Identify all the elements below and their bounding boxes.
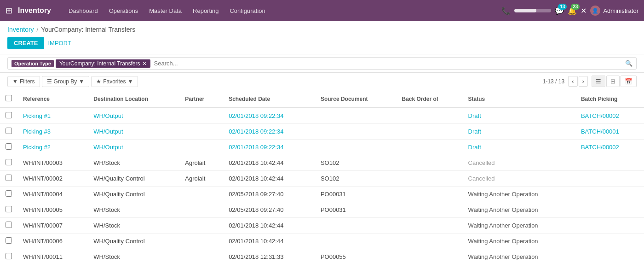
table-row[interactable]: Picking #3 WH/Output 02/01/2018 09:22:34… [0,124,644,140]
row-checkbox[interactable] [6,175,12,181]
reference-text: WH/INT/00005 [23,206,63,213]
cell-source-doc [315,140,397,155]
table-row[interactable]: Picking #1 WH/Output 02/01/2018 09:22:34… [0,108,644,124]
col-reference: Reference [17,90,88,108]
reference-link[interactable]: Picking #2 [23,144,51,151]
row-checkbox-cell [0,140,17,155]
transfers-table: Reference Destination Location Partner S… [0,90,644,263]
cell-batch-picking: BATCH/00001 [575,124,644,140]
row-checkbox[interactable] [6,190,12,197]
date-link[interactable]: 02/01/2018 09:22:34 [229,128,283,135]
prev-page-button[interactable]: ‹ [568,76,577,87]
nav-operations[interactable]: Operations [104,6,143,16]
date-link[interactable]: 02/01/2018 09:22:34 [229,144,283,151]
messages-btn[interactable]: 💬 13 [555,6,564,15]
calendar-view-button[interactable]: 📅 [621,76,637,87]
cell-destination: WH/Stock [88,202,179,218]
row-checkbox[interactable] [6,222,12,228]
cell-batch-picking: BATCH/00002 [575,140,644,155]
destination-link[interactable]: WH/Output [93,144,123,151]
phone-icon[interactable]: 📞 [501,6,511,15]
nav-configuration[interactable]: Configuration [225,6,270,16]
reference-text: WH/INT/00007 [23,222,63,229]
next-page-button[interactable]: › [579,76,588,87]
date-text: 02/01/2018 10:42:44 [229,159,283,166]
table-row[interactable]: WH/INT/00011 WH/Stock 02/01/2018 12:31:3… [0,249,644,263]
search-input[interactable] [152,59,623,68]
cell-source-doc: SO102 [315,171,397,187]
pagination-buttons: ‹ › [568,76,588,87]
reference-link[interactable]: Picking #1 [23,112,51,119]
destination-link[interactable]: WH/Output [93,128,123,135]
cell-status: Waiting Another Operation [463,234,575,249]
destination-link[interactable]: WH/Output [93,112,123,119]
user-menu[interactable]: 👤 Administrator [590,6,638,16]
cell-source-doc: SO102 [315,155,397,171]
status-badge: Cancelled [468,175,495,182]
cell-status: Cancelled [463,171,575,187]
batch-link[interactable]: BATCH/00002 [581,144,619,151]
breadcrumb-parent[interactable]: Inventory [7,26,34,33]
row-checkbox-cell [0,108,17,124]
cell-destination: WH/Stock [88,249,179,263]
table-row[interactable]: WH/INT/00003 WH/Stock Agrolait 02/01/201… [0,155,644,171]
reference-link[interactable]: Picking #3 [23,128,51,135]
favorites-button[interactable]: ★ Favorites ▼ [91,76,138,87]
groupby-button[interactable]: ☰ Group By ▼ [42,76,90,87]
table-container: Reference Destination Location Partner S… [0,90,644,263]
filters-button[interactable]: ▼ Filters [7,76,40,87]
sub-header: Inventory / YourCompany: Internal Transf… [0,21,644,54]
batch-link[interactable]: BATCH/00001 [581,128,619,135]
table-row[interactable]: WH/INT/00002 WH/Quality Control Agrolait… [0,171,644,187]
cell-scheduled-date: 02/01/2018 09:22:34 [223,140,315,155]
cell-batch-picking [575,234,644,249]
batch-link[interactable]: BATCH/00002 [581,112,619,119]
grid-icon[interactable]: ⊞ [6,6,12,16]
nav-reporting[interactable]: Reporting [188,6,223,16]
message-badge: 13 [558,4,567,10]
cell-back-order [397,187,463,202]
groupby-label: Group By [54,78,77,85]
progress-bar [514,9,551,12]
list-view-button[interactable]: ☰ [592,76,605,87]
op-type-close-icon[interactable]: ✕ [142,60,147,67]
reference-text: WH/INT/00003 [23,159,63,166]
status-badge: Waiting Another Operation [468,238,538,245]
row-checkbox[interactable] [6,128,12,134]
reference-text: WH/INT/00011 [23,253,63,260]
nav-master-data[interactable]: Master Data [144,6,186,16]
source-doc-text: PO00031 [321,206,346,213]
cell-status: Waiting Another Operation [463,187,575,202]
controls-left: ▼ Filters ☰ Group By ▼ ★ Favorites ▼ [7,76,138,87]
table-row[interactable]: WH/INT/00004 WH/Quality Control 02/05/20… [0,187,644,202]
search-icon[interactable]: 🔍 [625,60,632,67]
import-button[interactable]: IMPORT [48,40,71,47]
table-row[interactable]: Picking #2 WH/Output 02/01/2018 09:22:34… [0,140,644,155]
date-text: 02/01/2018 10:42:44 [229,238,283,245]
cell-back-order [397,108,463,124]
table-row[interactable]: WH/INT/00005 WH/Stock 02/05/2018 09:27:4… [0,202,644,218]
status-badge: Waiting Another Operation [468,206,538,213]
close-icon[interactable]: ✕ [581,6,586,15]
row-checkbox[interactable] [6,112,12,118]
row-checkbox[interactable] [6,253,12,259]
cell-reference: Picking #2 [17,140,88,155]
row-checkbox[interactable] [6,237,12,244]
cell-source-doc [315,218,397,234]
brand-logo[interactable]: Inventory [18,6,51,15]
select-all-checkbox[interactable] [6,95,12,101]
create-button[interactable]: CREATE [7,37,44,49]
header-checkbox-cell [0,90,17,108]
cell-reference: WH/INT/00002 [17,171,88,187]
row-checkbox[interactable] [6,159,12,165]
row-checkbox[interactable] [6,143,12,150]
table-row[interactable]: WH/INT/00006 WH/Quality Control 02/01/20… [0,234,644,249]
table-row[interactable]: WH/INT/00007 WH/Stock 02/01/2018 10:42:4… [0,218,644,234]
activity-btn[interactable]: 🔔 23 [568,6,577,15]
cell-reference: WH/INT/00005 [17,202,88,218]
nav-dashboard[interactable]: Dashboard [64,6,103,16]
kanban-view-button[interactable]: ⊞ [606,76,620,87]
row-checkbox[interactable] [6,206,12,212]
cell-batch-picking [575,218,644,234]
date-link[interactable]: 02/01/2018 09:22:34 [229,112,283,119]
